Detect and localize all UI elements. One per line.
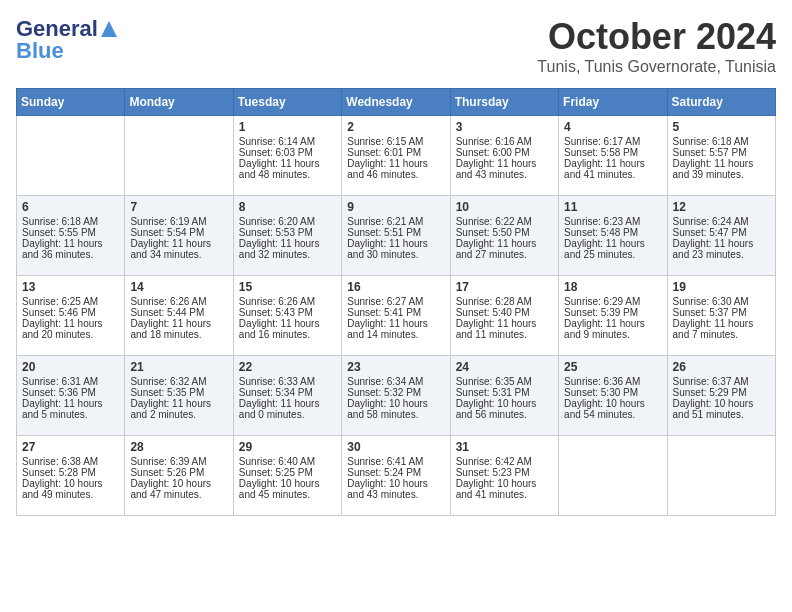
- daylight-text: Daylight: 10 hours and 43 minutes.: [347, 478, 444, 500]
- day-number: 9: [347, 200, 444, 214]
- sunrise-text: Sunrise: 6:20 AM: [239, 216, 336, 227]
- sunset-text: Sunset: 5:30 PM: [564, 387, 661, 398]
- week-row-3: 13Sunrise: 6:25 AMSunset: 5:46 PMDayligh…: [17, 276, 776, 356]
- header-row: SundayMondayTuesdayWednesdayThursdayFrid…: [17, 89, 776, 116]
- day-number: 24: [456, 360, 553, 374]
- sunset-text: Sunset: 5:41 PM: [347, 307, 444, 318]
- logo: General Blue: [16, 16, 119, 64]
- calendar-cell: 21Sunrise: 6:32 AMSunset: 5:35 PMDayligh…: [125, 356, 233, 436]
- sunset-text: Sunset: 5:34 PM: [239, 387, 336, 398]
- daylight-text: Daylight: 10 hours and 56 minutes.: [456, 398, 553, 420]
- daylight-text: Daylight: 11 hours and 32 minutes.: [239, 238, 336, 260]
- daylight-text: Daylight: 11 hours and 39 minutes.: [673, 158, 770, 180]
- sunrise-text: Sunrise: 6:33 AM: [239, 376, 336, 387]
- month-title: October 2024: [537, 16, 776, 58]
- calendar-cell: 25Sunrise: 6:36 AMSunset: 5:30 PMDayligh…: [559, 356, 667, 436]
- sunset-text: Sunset: 5:32 PM: [347, 387, 444, 398]
- calendar-cell: 10Sunrise: 6:22 AMSunset: 5:50 PMDayligh…: [450, 196, 558, 276]
- day-number: 11: [564, 200, 661, 214]
- daylight-text: Daylight: 10 hours and 41 minutes.: [456, 478, 553, 500]
- calendar-table: SundayMondayTuesdayWednesdayThursdayFrid…: [16, 88, 776, 516]
- day-number: 3: [456, 120, 553, 134]
- sunrise-text: Sunrise: 6:19 AM: [130, 216, 227, 227]
- sunrise-text: Sunrise: 6:36 AM: [564, 376, 661, 387]
- sunrise-text: Sunrise: 6:35 AM: [456, 376, 553, 387]
- sunset-text: Sunset: 5:28 PM: [22, 467, 119, 478]
- daylight-text: Daylight: 10 hours and 49 minutes.: [22, 478, 119, 500]
- calendar-cell: 20Sunrise: 6:31 AMSunset: 5:36 PMDayligh…: [17, 356, 125, 436]
- sunrise-text: Sunrise: 6:38 AM: [22, 456, 119, 467]
- sunrise-text: Sunrise: 6:26 AM: [130, 296, 227, 307]
- sunset-text: Sunset: 5:48 PM: [564, 227, 661, 238]
- daylight-text: Daylight: 11 hours and 14 minutes.: [347, 318, 444, 340]
- calendar-cell: 15Sunrise: 6:26 AMSunset: 5:43 PMDayligh…: [233, 276, 341, 356]
- calendar-cell: 12Sunrise: 6:24 AMSunset: 5:47 PMDayligh…: [667, 196, 775, 276]
- daylight-text: Daylight: 11 hours and 34 minutes.: [130, 238, 227, 260]
- sunrise-text: Sunrise: 6:32 AM: [130, 376, 227, 387]
- sunrise-text: Sunrise: 6:14 AM: [239, 136, 336, 147]
- week-row-2: 6Sunrise: 6:18 AMSunset: 5:55 PMDaylight…: [17, 196, 776, 276]
- sunrise-text: Sunrise: 6:21 AM: [347, 216, 444, 227]
- sunrise-text: Sunrise: 6:37 AM: [673, 376, 770, 387]
- sunrise-text: Sunrise: 6:25 AM: [22, 296, 119, 307]
- sunrise-text: Sunrise: 6:15 AM: [347, 136, 444, 147]
- day-number: 12: [673, 200, 770, 214]
- sunset-text: Sunset: 5:53 PM: [239, 227, 336, 238]
- calendar-cell: 13Sunrise: 6:25 AMSunset: 5:46 PMDayligh…: [17, 276, 125, 356]
- sunrise-text: Sunrise: 6:40 AM: [239, 456, 336, 467]
- sunset-text: Sunset: 5:46 PM: [22, 307, 119, 318]
- sunset-text: Sunset: 5:58 PM: [564, 147, 661, 158]
- sunrise-text: Sunrise: 6:17 AM: [564, 136, 661, 147]
- daylight-text: Daylight: 11 hours and 43 minutes.: [456, 158, 553, 180]
- daylight-text: Daylight: 11 hours and 20 minutes.: [22, 318, 119, 340]
- sunrise-text: Sunrise: 6:28 AM: [456, 296, 553, 307]
- daylight-text: Daylight: 11 hours and 23 minutes.: [673, 238, 770, 260]
- day-number: 6: [22, 200, 119, 214]
- sunrise-text: Sunrise: 6:16 AM: [456, 136, 553, 147]
- sunset-text: Sunset: 5:26 PM: [130, 467, 227, 478]
- sunset-text: Sunset: 5:37 PM: [673, 307, 770, 318]
- daylight-text: Daylight: 11 hours and 30 minutes.: [347, 238, 444, 260]
- calendar-cell: 17Sunrise: 6:28 AMSunset: 5:40 PMDayligh…: [450, 276, 558, 356]
- day-number: 17: [456, 280, 553, 294]
- calendar-cell: 4Sunrise: 6:17 AMSunset: 5:58 PMDaylight…: [559, 116, 667, 196]
- daylight-text: Daylight: 11 hours and 7 minutes.: [673, 318, 770, 340]
- day-number: 18: [564, 280, 661, 294]
- sunrise-text: Sunrise: 6:18 AM: [673, 136, 770, 147]
- day-number: 13: [22, 280, 119, 294]
- sunset-text: Sunset: 5:39 PM: [564, 307, 661, 318]
- header-day-tuesday: Tuesday: [233, 89, 341, 116]
- calendar-cell: 23Sunrise: 6:34 AMSunset: 5:32 PMDayligh…: [342, 356, 450, 436]
- logo-icon: [99, 19, 119, 39]
- week-row-5: 27Sunrise: 6:38 AMSunset: 5:28 PMDayligh…: [17, 436, 776, 516]
- day-number: 22: [239, 360, 336, 374]
- day-number: 16: [347, 280, 444, 294]
- location-title: Tunis, Tunis Governorate, Tunisia: [537, 58, 776, 76]
- week-row-1: 1Sunrise: 6:14 AMSunset: 6:03 PMDaylight…: [17, 116, 776, 196]
- sunset-text: Sunset: 5:29 PM: [673, 387, 770, 398]
- daylight-text: Daylight: 11 hours and 36 minutes.: [22, 238, 119, 260]
- sunrise-text: Sunrise: 6:24 AM: [673, 216, 770, 227]
- sunset-text: Sunset: 5:43 PM: [239, 307, 336, 318]
- sunset-text: Sunset: 5:55 PM: [22, 227, 119, 238]
- daylight-text: Daylight: 11 hours and 48 minutes.: [239, 158, 336, 180]
- header-day-sunday: Sunday: [17, 89, 125, 116]
- calendar-cell: [667, 436, 775, 516]
- daylight-text: Daylight: 11 hours and 11 minutes.: [456, 318, 553, 340]
- daylight-text: Daylight: 11 hours and 0 minutes.: [239, 398, 336, 420]
- calendar-cell: 24Sunrise: 6:35 AMSunset: 5:31 PMDayligh…: [450, 356, 558, 436]
- daylight-text: Daylight: 11 hours and 25 minutes.: [564, 238, 661, 260]
- daylight-text: Daylight: 11 hours and 9 minutes.: [564, 318, 661, 340]
- sunrise-text: Sunrise: 6:22 AM: [456, 216, 553, 227]
- day-number: 4: [564, 120, 661, 134]
- calendar-cell: 1Sunrise: 6:14 AMSunset: 6:03 PMDaylight…: [233, 116, 341, 196]
- daylight-text: Daylight: 10 hours and 58 minutes.: [347, 398, 444, 420]
- header-day-monday: Monday: [125, 89, 233, 116]
- sunrise-text: Sunrise: 6:18 AM: [22, 216, 119, 227]
- daylight-text: Daylight: 11 hours and 2 minutes.: [130, 398, 227, 420]
- logo-blue: Blue: [16, 38, 64, 64]
- sunset-text: Sunset: 5:35 PM: [130, 387, 227, 398]
- calendar-cell: [559, 436, 667, 516]
- day-number: 25: [564, 360, 661, 374]
- sunrise-text: Sunrise: 6:27 AM: [347, 296, 444, 307]
